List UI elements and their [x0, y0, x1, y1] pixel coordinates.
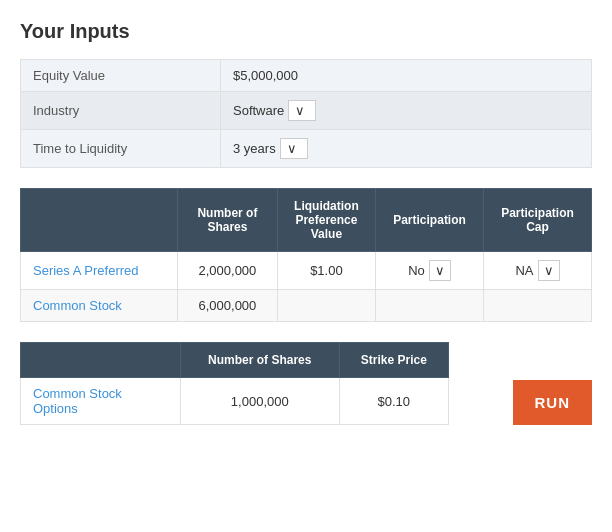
shares-count: 6,000,000: [178, 290, 278, 322]
col-participation-cap: ParticipationCap: [484, 189, 592, 252]
option-type: Common Stock Options: [21, 378, 181, 425]
shares-lpv: [277, 290, 375, 322]
time-value-cell: 3 years ∨: [221, 130, 592, 168]
col-lpv: LiquidationPreferenceValue: [277, 189, 375, 252]
col-participation: Participation: [376, 189, 484, 252]
table-row: Common Stock Options1,000,000$0.10: [21, 378, 449, 425]
shares-lpv: $1.00: [277, 252, 375, 290]
participation-cap-value: NA: [515, 263, 533, 278]
option-shares: 1,000,000: [181, 378, 340, 425]
industry-dropdown[interactable]: ∨: [288, 100, 316, 121]
time-dropdown[interactable]: ∨: [280, 138, 308, 159]
table-row: Common Stock6,000,000: [21, 290, 592, 322]
col-type: [21, 189, 178, 252]
shares-participation: No ∨: [376, 252, 484, 290]
run-button-container: RUN: [513, 380, 593, 425]
opt-col-type: [21, 343, 181, 378]
chevron-down-icon: ∨: [295, 103, 305, 118]
option-strike: $0.10: [339, 378, 448, 425]
shares-type: Common Stock: [21, 290, 178, 322]
table-row: Series A Preferred2,000,000$1.00 No ∨ NA…: [21, 252, 592, 290]
industry-label: Industry: [21, 92, 221, 130]
page-title: Your Inputs: [20, 20, 592, 43]
opt-col-strike: Strike Price: [339, 343, 448, 378]
shares-participation-cap: NA ∨: [484, 252, 592, 290]
chevron-down-icon: ∨: [435, 263, 445, 278]
opt-col-shares: Number of Shares: [181, 343, 340, 378]
chevron-down-icon: ∨: [544, 263, 554, 278]
equity-value: $5,000,000: [221, 60, 592, 92]
shares-table: Number ofShares LiquidationPreferenceVal…: [20, 188, 592, 322]
industry-value: Software: [233, 103, 284, 118]
participation-value: No: [408, 263, 425, 278]
options-table: Number of Shares Strike Price Common Sto…: [20, 342, 449, 425]
equity-label: Equity Value: [21, 60, 221, 92]
industry-value-cell: Software ∨: [221, 92, 592, 130]
participation-cap-dropdown[interactable]: ∨: [538, 260, 560, 281]
time-label: Time to Liquidity: [21, 130, 221, 168]
time-value: 3 years: [233, 141, 276, 156]
col-shares: Number ofShares: [178, 189, 278, 252]
participation-dropdown[interactable]: ∨: [429, 260, 451, 281]
shares-section: Number ofShares LiquidationPreferenceVal…: [20, 188, 592, 322]
shares-type: Series A Preferred: [21, 252, 178, 290]
shares-participation-cap: [484, 290, 592, 322]
chevron-down-icon: ∨: [287, 141, 297, 156]
inputs-section: Equity Value $5,000,000 Industry Softwar…: [20, 59, 592, 168]
options-section: Number of Shares Strike Price Common Sto…: [20, 342, 592, 425]
shares-count: 2,000,000: [178, 252, 278, 290]
run-button[interactable]: RUN: [513, 380, 593, 425]
shares-participation: [376, 290, 484, 322]
